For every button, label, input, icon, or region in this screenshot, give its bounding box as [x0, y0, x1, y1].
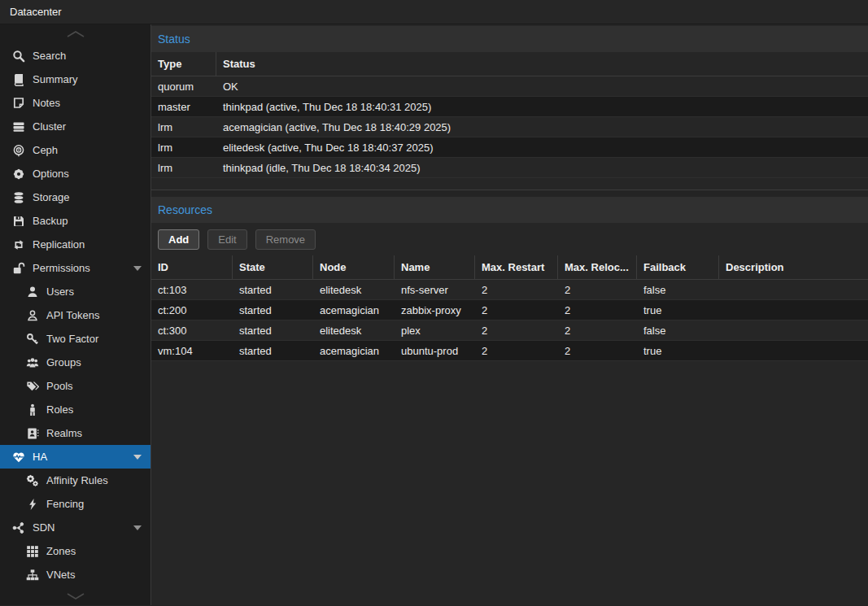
search-icon	[12, 50, 25, 63]
sidebar-item-ceph[interactable]: Ceph	[0, 138, 150, 162]
sidebar-item-label: Storage	[33, 191, 70, 203]
sidebar-item-groups[interactable]: Groups	[0, 351, 150, 374]
sidebar-item-options[interactable]: Options	[0, 162, 150, 185]
chevron-up-icon	[65, 30, 86, 38]
resource-id-cell: ct:103	[151, 284, 233, 296]
sidebar-item-label: Options	[33, 168, 69, 180]
resources-toolbar: Add Edit Remove	[151, 223, 868, 255]
resource-node-cell: elitedesk	[313, 325, 395, 337]
sidebar-item-fencing[interactable]: Fencing	[0, 492, 150, 516]
sidebar-item-label: VNets	[46, 569, 75, 581]
collapse-caret-icon[interactable]	[133, 266, 142, 271]
tree-scroll-down[interactable]	[0, 586, 150, 605]
status-table-row[interactable]: quorum OK	[151, 76, 868, 97]
datacenter-nav-tree: Search Summary Notes Cluster Ceph Option…	[0, 24, 151, 605]
resources-panel-header: Resources	[151, 197, 868, 223]
remove-button[interactable]: Remove	[255, 229, 316, 250]
key-icon	[26, 333, 39, 346]
column-header-failback[interactable]: Failback	[637, 255, 719, 279]
sidebar-item-permissions[interactable]: Permissions	[0, 256, 150, 280]
sidebar-item-pools[interactable]: Pools	[0, 374, 150, 398]
tree-scroll-up[interactable]	[0, 24, 150, 44]
status-type-cell: lrm	[151, 121, 216, 133]
resource-node-cell: elitedesk	[313, 284, 395, 296]
sidebar-item-label: Users	[46, 286, 74, 298]
column-header-max-relocate[interactable]: Max. Reloc...	[558, 255, 637, 279]
sidebar-item-realms[interactable]: Realms	[0, 421, 150, 445]
status-table-row[interactable]: lrm acemagician (active, Thu Dec 18 18:4…	[151, 117, 868, 137]
column-header-max-restart[interactable]: Max. Restart	[475, 255, 558, 279]
sidebar-item-storage[interactable]: Storage	[0, 185, 150, 209]
resource-max-relocate-cell: 2	[558, 304, 637, 316]
sidebar-item-roles[interactable]: Roles	[0, 398, 150, 421]
sidebar-item-backup[interactable]: Backup	[0, 209, 150, 233]
column-header-state[interactable]: State	[233, 255, 313, 279]
column-header-name[interactable]: Name	[395, 255, 475, 279]
heartbeat-icon	[12, 451, 25, 464]
chevron-down-icon	[65, 592, 86, 600]
sidebar-item-label: Search	[33, 50, 66, 62]
sidebar-item-replication[interactable]: Replication	[0, 233, 150, 256]
status-table-row[interactable]: lrm elitedesk (active, Thu Dec 18 18:40:…	[151, 137, 868, 158]
sidebar-item-label: Ceph	[33, 144, 58, 156]
resource-row[interactable]: ct:300 started elitedesk plex 2 2 false	[151, 320, 868, 341]
sidebar-item-vnets[interactable]: VNets	[0, 563, 150, 586]
resource-max-relocate-cell: 2	[558, 325, 637, 337]
column-header-id[interactable]: ID	[151, 255, 233, 279]
resource-id-cell: ct:200	[151, 304, 233, 316]
column-header-status[interactable]: Status	[216, 52, 868, 76]
address-book-icon	[26, 427, 39, 440]
sidebar-item-search[interactable]: Search	[0, 44, 150, 68]
sidebar-item-label: HA	[33, 451, 47, 463]
sidebar-item-label: Summary	[33, 73, 78, 85]
resource-state-cell: started	[233, 304, 313, 316]
column-header-description[interactable]: Description	[719, 255, 868, 279]
sidebar-item-users[interactable]: Users	[0, 280, 150, 303]
tags-icon	[26, 380, 39, 393]
status-type-cell: lrm	[151, 162, 216, 174]
users-icon	[26, 356, 39, 369]
sidebar-item-api-tokens[interactable]: API Tokens	[0, 303, 150, 327]
collapse-caret-icon[interactable]	[133, 455, 142, 460]
resource-failback-cell: false	[637, 325, 719, 337]
sidebar-item-label: Backup	[33, 215, 68, 227]
status-table-empty-area	[151, 178, 868, 190]
sidebar-item-sdn[interactable]: SDN	[0, 516, 150, 539]
user-icon	[26, 286, 39, 299]
resource-max-restart-cell: 2	[475, 325, 558, 337]
sticky-note-icon	[12, 97, 25, 110]
resource-row[interactable]: vm:104 started acemagician ubuntu-prod 2…	[151, 341, 868, 361]
edit-button[interactable]: Edit	[207, 229, 246, 250]
collapse-caret-icon[interactable]	[133, 525, 142, 530]
column-header-node[interactable]: Node	[313, 255, 395, 279]
sidebar-item-label: Zones	[46, 545, 76, 557]
ha-panel: Status Type Status quorum OK master thin…	[151, 24, 868, 605]
sidebar-item-cluster[interactable]: Cluster	[0, 115, 150, 138]
sidebar-item-label: SDN	[33, 521, 55, 534]
cogs-icon	[26, 474, 39, 487]
add-button[interactable]: Add	[158, 229, 199, 250]
sidebar-item-label: Permissions	[33, 262, 90, 274]
status-table-row[interactable]: lrm thinkpad (idle, Thu Dec 18 18:40:34 …	[151, 158, 868, 178]
database-icon	[12, 191, 25, 204]
status-type-cell: master	[151, 101, 216, 113]
ceph-icon	[12, 144, 25, 157]
column-header-type[interactable]: Type	[151, 52, 216, 76]
sidebar-item-affinity-rules[interactable]: Affinity Rules	[0, 469, 150, 492]
resource-state-cell: started	[233, 325, 313, 337]
sidebar-item-zones[interactable]: Zones	[0, 539, 150, 563]
resource-row[interactable]: ct:200 started acemagician zabbix-proxy …	[151, 300, 868, 320]
sidebar-item-label: Realms	[46, 427, 82, 439]
sidebar-item-summary[interactable]: Summary	[0, 68, 150, 91]
status-value-cell: OK	[216, 81, 868, 93]
user-outline-icon	[26, 309, 39, 322]
sidebar-item-two-factor[interactable]: Two Factor	[0, 327, 150, 351]
sidebar-item-label: Two Factor	[46, 333, 98, 345]
status-table-row[interactable]: master thinkpad (active, Thu Dec 18 18:4…	[151, 97, 868, 117]
resource-row[interactable]: ct:103 started elitedesk nfs-server 2 2 …	[151, 280, 868, 300]
sidebar-item-notes[interactable]: Notes	[0, 91, 150, 115]
sidebar-item-ha[interactable]: HA	[0, 445, 150, 469]
sidebar-item-label: Cluster	[33, 120, 66, 133]
resource-name-cell: ubuntu-prod	[395, 345, 475, 357]
status-panel-title: Status	[158, 33, 190, 46]
